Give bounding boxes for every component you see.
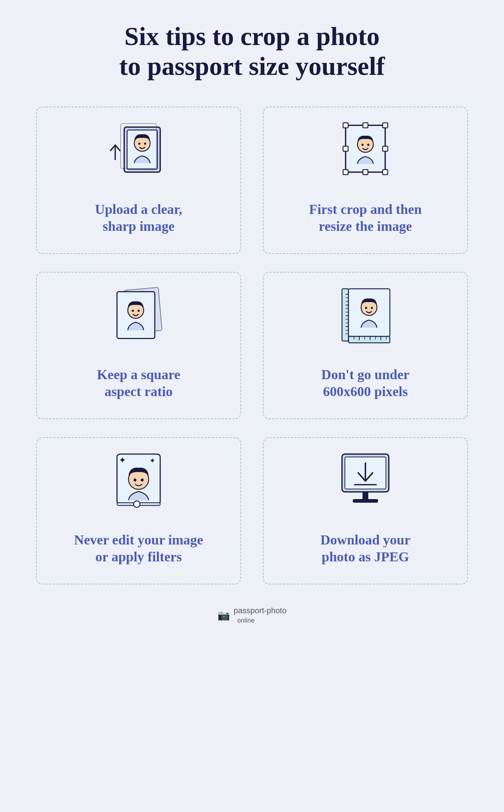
- svg-text:✦: ✦: [119, 456, 126, 465]
- svg-rect-8: [343, 123, 348, 128]
- svg-rect-24: [342, 289, 348, 341]
- svg-rect-15: [383, 146, 388, 151]
- svg-rect-11: [383, 170, 388, 175]
- card-crop-resize: First crop and thenresize the image: [263, 107, 468, 254]
- page-wrapper: Six tips to crop a photo to passport siz…: [0, 0, 504, 646]
- card-pixels-label: Don't go under600x600 pixels: [321, 366, 410, 400]
- card-download-label: Download yourphoto as JPEG: [320, 531, 410, 566]
- svg-point-3: [138, 143, 140, 145]
- no-edit-icon: ✦ ✦: [103, 445, 175, 517]
- svg-point-23: [138, 310, 140, 312]
- aspect-ratio-icon: [103, 280, 175, 352]
- card-no-edit-label: Never edit your imageor apply filters: [74, 531, 203, 566]
- camera-icon: 📷: [217, 609, 230, 621]
- card-aspect-ratio: Keep a squareaspect ratio: [36, 272, 241, 419]
- card-no-edit: ✦ ✦ Never edit your imageor apply filter…: [36, 437, 241, 584]
- svg-rect-9: [383, 123, 388, 128]
- svg-rect-12: [363, 123, 368, 128]
- svg-point-17: [361, 144, 364, 146]
- svg-point-47: [365, 307, 367, 309]
- card-upload: Upload a clear,sharp image: [36, 107, 241, 254]
- footer: 📷 passport-photoonline: [217, 606, 287, 625]
- download-icon: [329, 445, 401, 517]
- card-upload-label: Upload a clear,sharp image: [95, 201, 182, 235]
- svg-point-48: [371, 307, 373, 309]
- footer-logo: 📷 passport-photoonline: [217, 606, 287, 625]
- card-aspect-ratio-label: Keep a squareaspect ratio: [97, 366, 180, 400]
- svg-text:✦: ✦: [149, 457, 156, 465]
- svg-point-53: [134, 479, 136, 481]
- svg-rect-13: [363, 170, 368, 175]
- footer-text: passport-photoonline: [234, 606, 287, 625]
- svg-point-54: [141, 479, 144, 481]
- svg-rect-37: [348, 336, 390, 343]
- crop-resize-icon: [329, 115, 401, 187]
- pixels-icon: [329, 280, 401, 352]
- svg-rect-10: [343, 170, 348, 175]
- tips-grid: Upload a clear,sharp image: [36, 107, 468, 584]
- svg-rect-60: [353, 499, 378, 503]
- svg-point-18: [367, 144, 369, 146]
- svg-rect-14: [343, 146, 348, 151]
- card-pixels: Don't go under600x600 pixels: [263, 272, 468, 419]
- card-crop-resize-label: First crop and thenresize the image: [309, 201, 422, 235]
- svg-point-4: [144, 143, 146, 145]
- upload-photo-icon: [103, 115, 175, 187]
- svg-point-56: [134, 501, 140, 507]
- page-title: Six tips to crop a photo to passport siz…: [119, 22, 385, 81]
- svg-point-22: [132, 310, 134, 312]
- svg-rect-59: [363, 492, 368, 500]
- card-download: Download yourphoto as JPEG: [263, 437, 468, 584]
